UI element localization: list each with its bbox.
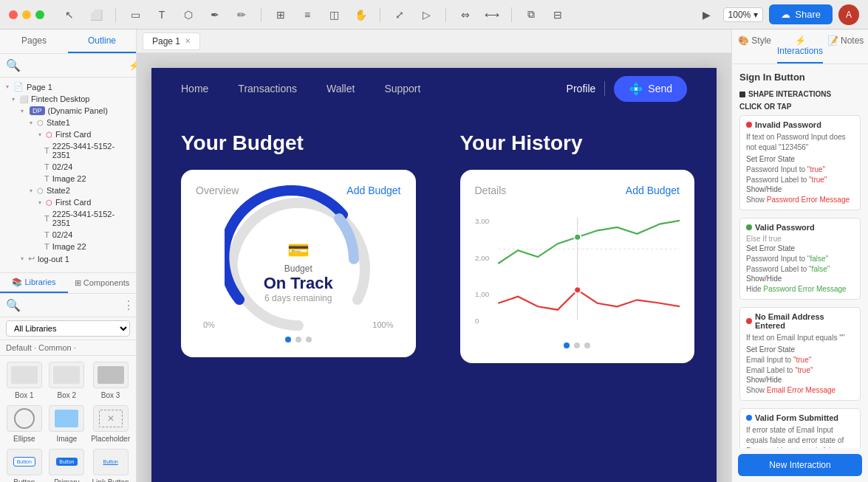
- tab-notes[interactable]: 📝 Notes: [823, 30, 868, 63]
- text-tool[interactable]: T: [151, 4, 172, 25]
- mask-tool[interactable]: ◫: [324, 4, 344, 25]
- search-input[interactable]: [24, 61, 126, 70]
- nav-link-wallet[interactable]: Wallet: [327, 83, 355, 94]
- zoom-chevron-icon: ▾: [753, 10, 758, 20]
- component-placeholder[interactable]: ✕ Placeholder: [91, 405, 130, 443]
- component-primary-button[interactable]: Button Primary Button: [49, 449, 86, 483]
- library-search-row: 🔍 ⋮: [0, 294, 136, 317]
- traffic-lights: [9, 10, 44, 19]
- interaction-no-email: No Email Address Entered If text on Emai…: [739, 307, 861, 401]
- fullscreen-button[interactable]: [35, 10, 44, 19]
- components-grid: Box 1 Box 2 Box 3: [0, 356, 136, 483]
- tree-item-card-number-2[interactable]: T 2225-3441-5152-2351: [0, 208, 136, 229]
- component-box3[interactable]: Box 3: [91, 362, 130, 399]
- right-panel-content: Sign In Button SHAPE INTERACTIONS CLICK …: [732, 64, 868, 448]
- close-button[interactable]: [9, 10, 18, 19]
- component-button[interactable]: Button Button: [6, 449, 43, 483]
- primary-button-preview: Button: [49, 449, 84, 475]
- component-ellipse[interactable]: Ellipse: [6, 405, 43, 443]
- play-button[interactable]: ▶: [697, 4, 717, 25]
- tab-components[interactable]: ⊞ Components: [68, 273, 136, 293]
- component-link-button[interactable]: Button Link Button: [91, 449, 130, 483]
- nav-link-support[interactable]: Support: [384, 83, 420, 94]
- tree-item-first-card-2[interactable]: ▾ ⬡ First Card: [0, 196, 136, 208]
- tab-style[interactable]: 🎨 Style: [732, 30, 777, 63]
- share-button[interactable]: ☁ Share: [769, 4, 833, 24]
- canvas-tab-page1[interactable]: Page 1 ✕: [143, 32, 200, 50]
- invalid-link-1: "true": [807, 165, 825, 173]
- bullet-icon: [739, 92, 745, 97]
- no-email-link-1: "true": [793, 356, 811, 364]
- tree-item-fintech[interactable]: ▾ ⬜ Fintech Desktop: [0, 93, 136, 105]
- tab-libraries[interactable]: 📚 Libraries: [0, 273, 68, 293]
- text-icon: T: [44, 242, 49, 251]
- library-filter-icon[interactable]: ⋮: [123, 298, 134, 312]
- canvas-tab-close-icon[interactable]: ✕: [185, 37, 191, 45]
- component-box1[interactable]: Box 1: [6, 362, 43, 399]
- distribute-tool[interactable]: ⟷: [482, 4, 502, 25]
- scale-max: 100%: [372, 320, 393, 329]
- preview-icon[interactable]: ▷: [416, 4, 437, 25]
- tree-item-state2[interactable]: ▾ ⬡ State2: [0, 185, 136, 196]
- frame-tool[interactable]: ⬜: [86, 4, 106, 25]
- tree-item-date-1[interactable]: T 02/24: [0, 161, 136, 173]
- component-image[interactable]: Image: [49, 405, 86, 443]
- svg-point-6: [574, 234, 581, 241]
- nav-profile-link[interactable]: Profile: [567, 83, 596, 94]
- shape-tool[interactable]: ⬡: [178, 4, 199, 25]
- tree-item-page1[interactable]: ▾ 📄 Page 1: [0, 80, 136, 93]
- box2-label: Box 2: [58, 391, 77, 399]
- zoom-control[interactable]: 100% ▾: [723, 7, 764, 22]
- arrange-tool[interactable]: ⧉: [521, 4, 541, 25]
- hand-tool[interactable]: ✋: [350, 4, 371, 25]
- zoom-value: 100%: [728, 10, 751, 20]
- tab-pages[interactable]: Pages: [0, 30, 68, 53]
- pen-tool[interactable]: ✒: [205, 4, 225, 25]
- image-preview: [49, 405, 84, 432]
- select-tool[interactable]: ↖: [59, 4, 80, 25]
- element-title: Sign In Button: [739, 72, 861, 83]
- canvas-area: Page 1 ✕ Home Transactions Wallet Suppor…: [137, 30, 731, 482]
- align-tool[interactable]: ⇔: [455, 4, 476, 25]
- tree-item-first-card-1[interactable]: ▾ ⬡ First Card: [0, 128, 136, 140]
- pencil-tool[interactable]: ✏: [231, 4, 252, 25]
- rectangle-tool[interactable]: ▭: [125, 4, 146, 25]
- nav-send-button[interactable]: 💠 Send: [614, 76, 687, 102]
- tree-item-logout[interactable]: ▾ ↩ log-out 1: [0, 252, 136, 265]
- component-tool[interactable]: ⊞: [270, 4, 291, 25]
- grid-tool[interactable]: ⊟: [547, 4, 568, 25]
- page-icon: 📄: [13, 82, 24, 92]
- history-add-action[interactable]: Add Budget: [626, 185, 680, 196]
- search-icon: 🔍: [6, 58, 21, 72]
- valid-form-badge: [746, 415, 752, 421]
- tree-item-date-2[interactable]: T 02/24: [0, 229, 136, 241]
- left-panel-tabs: Pages Outline: [0, 30, 136, 54]
- tree-item-image-2[interactable]: T Image 22: [0, 241, 136, 252]
- dot-2: [295, 337, 301, 342]
- no-email-set-error-label: Set Error State: [746, 345, 854, 354]
- new-interaction-button[interactable]: New Interaction: [738, 454, 862, 476]
- nav-link-transactions[interactable]: Transactions: [238, 83, 297, 94]
- minimize-button[interactable]: [22, 10, 31, 19]
- canvas-scroll[interactable]: Home Transactions Wallet Support Profile…: [137, 53, 731, 482]
- tree-item-dynamic-panel[interactable]: ▾ DP (Dynamic Panel): [0, 105, 136, 117]
- expand-icon: ▾: [6, 83, 9, 90]
- fullscreen-icon[interactable]: ⤢: [389, 4, 410, 25]
- tree-item-state1[interactable]: ▾ ⬡ State1: [0, 117, 136, 128]
- library-select[interactable]: All Libraries: [6, 320, 130, 337]
- svg-text:2,00: 2,00: [475, 254, 490, 262]
- text-icon: T: [44, 214, 49, 223]
- tree-item-card-number-1[interactable]: T 2225-3441-5152-2351: [0, 140, 136, 161]
- library-search-input[interactable]: [21, 300, 123, 309]
- expand-icon: ▾: [21, 255, 24, 262]
- tab-outline[interactable]: Outline: [68, 30, 136, 53]
- user-avatar[interactable]: A: [838, 4, 859, 25]
- valid-title: Valid Password: [755, 223, 815, 232]
- history-card-header: Details Add Budget: [475, 185, 680, 196]
- style-icon: 🎨: [738, 35, 749, 46]
- tab-interactions[interactable]: ⚡ Interactions: [777, 30, 823, 63]
- tree-item-image-1[interactable]: T Image 22: [0, 173, 136, 185]
- layout-tool[interactable]: ≡: [297, 4, 318, 25]
- nav-link-home[interactable]: Home: [181, 83, 208, 94]
- component-box2[interactable]: Box 2: [49, 362, 86, 399]
